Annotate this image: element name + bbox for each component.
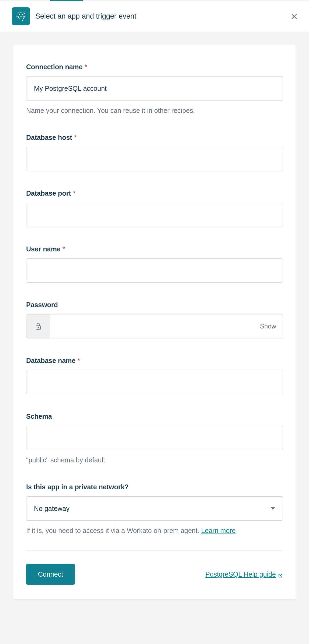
required-indicator: *: [73, 189, 76, 197]
label-text: Password: [26, 301, 58, 309]
svg-point-1: [22, 14, 23, 15]
label-text: Schema: [26, 413, 52, 420]
required-indicator: *: [74, 134, 77, 141]
section-divider: [26, 550, 283, 551]
label-text: Database port: [26, 189, 71, 197]
required-indicator: *: [63, 245, 65, 253]
schema-label: Schema: [26, 413, 283, 420]
gateway-select[interactable]: No gateway: [26, 496, 283, 521]
connection-name-label: Connection name *: [26, 63, 283, 71]
connection-name-input[interactable]: [26, 76, 283, 101]
connect-button[interactable]: Connect: [26, 564, 75, 585]
required-indicator: *: [77, 357, 80, 364]
postgresql-app-icon: [12, 7, 30, 25]
postgresql-elephant-icon: [15, 11, 27, 22]
schema-help: "public" schema by default: [26, 455, 283, 465]
label-text: User name: [26, 245, 61, 253]
external-link-icon: [278, 572, 283, 577]
svg-point-0: [19, 14, 20, 15]
db-port-label: Database port *: [26, 189, 283, 197]
label-text: Connection name: [26, 63, 83, 71]
close-icon: [290, 12, 298, 20]
chevron-down-icon: [271, 507, 275, 510]
help-prefix: If it is, you need to access it via a Wo…: [26, 527, 201, 534]
help-guide-label: PostgreSQL Help guide: [205, 570, 276, 578]
password-label: Password: [26, 301, 283, 309]
close-button[interactable]: [290, 12, 299, 21]
private-network-label: Is this app in a private network?: [26, 483, 283, 491]
password-input-group: Show: [26, 314, 283, 338]
field-connection-name: Connection name * Name your connection. …: [26, 63, 283, 115]
label-text: Database name: [26, 357, 75, 364]
username-input[interactable]: [26, 258, 283, 283]
password-input[interactable]: [50, 314, 254, 338]
field-db-name: Database name *: [26, 357, 283, 394]
show-password-button[interactable]: Show: [254, 314, 283, 338]
field-username: User name *: [26, 245, 283, 283]
label-text: Database host: [26, 134, 72, 141]
form-footer: Connect PostgreSQL Help guide: [26, 564, 283, 585]
private-network-help: If it is, you need to access it via a Wo…: [26, 526, 283, 535]
required-indicator: *: [85, 63, 87, 71]
lock-addon: [26, 314, 50, 338]
svg-rect-5: [38, 327, 39, 328]
connection-name-help: Name your connection. You can reuse it i…: [26, 106, 283, 115]
gateway-select-value: No gateway: [34, 505, 70, 513]
db-name-label: Database name *: [26, 357, 283, 365]
db-host-label: Database host *: [26, 134, 283, 141]
dialog-title: Select an app and trigger event: [35, 12, 136, 20]
connection-form-card: Connection name * Name your connection. …: [13, 45, 296, 600]
field-schema: Schema "public" schema by default: [26, 413, 283, 465]
db-host-input[interactable]: [26, 147, 283, 171]
help-guide-link[interactable]: PostgreSQL Help guide: [205, 570, 283, 578]
dialog-header: Select an app and trigger event: [0, 1, 309, 32]
field-private-network: Is this app in a private network? No gat…: [26, 483, 283, 535]
label-text: Is this app in a private network?: [26, 483, 129, 491]
schema-input[interactable]: [26, 426, 283, 450]
field-password: Password Show: [26, 301, 283, 338]
field-db-host: Database host *: [26, 134, 283, 171]
db-name-input[interactable]: [26, 370, 283, 394]
lock-icon: [34, 322, 42, 331]
field-db-port: Database port *: [26, 189, 283, 227]
learn-more-link[interactable]: Learn more: [201, 527, 236, 534]
db-port-input[interactable]: [26, 203, 283, 227]
username-label: User name *: [26, 245, 283, 253]
